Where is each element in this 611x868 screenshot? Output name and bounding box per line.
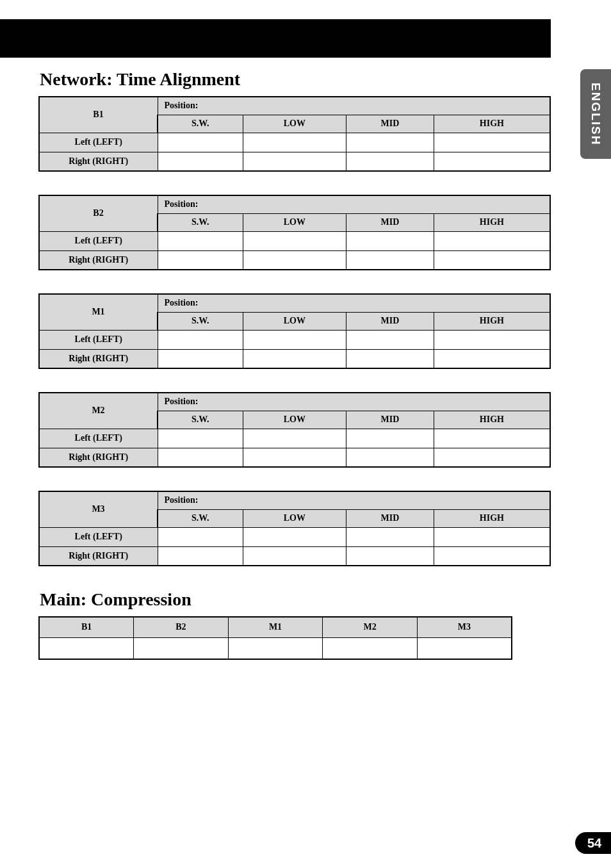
col-header: HIGH — [434, 411, 550, 429]
col-header: LOW — [243, 312, 346, 330]
col-header: MID — [346, 411, 434, 429]
col-header: MID — [346, 312, 434, 330]
data-cell — [158, 546, 243, 566]
data-cell — [346, 448, 434, 467]
data-cell — [434, 231, 550, 250]
data-cell — [158, 330, 243, 349]
data-cell — [434, 133, 550, 152]
position-label: Position: — [158, 97, 550, 115]
row-label: Right (RIGHT) — [39, 152, 158, 171]
col-header: LOW — [243, 115, 346, 133]
col-header: M2 — [323, 617, 418, 637]
row-label: Right (RIGHT) — [39, 349, 158, 368]
col-header: LOW — [243, 411, 346, 429]
table-id-cell: B1 — [39, 97, 158, 133]
table-id-cell: B2 — [39, 195, 158, 231]
row-label: Left (LEFT) — [39, 527, 158, 546]
data-cell — [243, 152, 346, 171]
table-compression: B1 B2 M1 M2 M3 — [38, 616, 512, 660]
page-number-badge: 54 — [575, 832, 611, 854]
position-label: Position: — [158, 491, 550, 509]
data-cell — [158, 231, 243, 250]
data-cell — [243, 546, 346, 566]
col-header: HIGH — [434, 115, 550, 133]
page-number: 54 — [587, 836, 601, 851]
data-cell — [323, 637, 418, 659]
position-label: Position: — [158, 393, 550, 411]
language-label: ENGLISH — [589, 83, 603, 145]
row-label: Left (LEFT) — [39, 133, 158, 152]
data-cell — [243, 527, 346, 546]
data-cell — [434, 546, 550, 566]
position-label: Position: — [158, 195, 550, 213]
col-header: S.W. — [158, 213, 243, 231]
col-header: S.W. — [158, 411, 243, 429]
data-cell — [434, 527, 550, 546]
data-cell — [243, 349, 346, 368]
col-header: HIGH — [434, 509, 550, 527]
data-cell — [346, 546, 434, 566]
data-cell — [158, 133, 243, 152]
position-label: Position: — [158, 294, 550, 312]
page-content: Network: Time Alignment B1 Position: S.W… — [38, 69, 551, 683]
col-header: MID — [346, 115, 434, 133]
data-cell — [346, 527, 434, 546]
data-cell — [434, 429, 550, 448]
data-cell — [434, 330, 550, 349]
row-label: Left (LEFT) — [39, 429, 158, 448]
table-b1: B1 Position: S.W. LOW MID HIGH Left (LEF… — [38, 96, 551, 172]
data-cell — [158, 250, 243, 270]
data-cell — [434, 349, 550, 368]
data-cell — [346, 231, 434, 250]
col-header: MID — [346, 213, 434, 231]
data-cell — [243, 330, 346, 349]
data-cell — [243, 448, 346, 467]
row-label: Right (RIGHT) — [39, 250, 158, 270]
row-label: Right (RIGHT) — [39, 448, 158, 467]
data-cell — [158, 429, 243, 448]
col-header: S.W. — [158, 115, 243, 133]
table-b2: B2 Position: S.W. LOW MID HIGH Left (LEF… — [38, 195, 551, 270]
data-cell — [346, 133, 434, 152]
col-header: LOW — [243, 213, 346, 231]
section-title-main-compression: Main: Compression — [40, 589, 551, 610]
data-cell — [243, 133, 346, 152]
col-header: B2 — [134, 617, 229, 637]
data-cell — [346, 152, 434, 171]
col-header: M1 — [228, 617, 323, 637]
data-cell — [346, 429, 434, 448]
table-id-cell: M1 — [39, 294, 158, 330]
col-header: HIGH — [434, 213, 550, 231]
data-cell — [417, 637, 512, 659]
data-cell — [346, 349, 434, 368]
data-cell — [134, 637, 229, 659]
table-m3: M3 Position: S.W. LOW MID HIGH Left (LEF… — [38, 491, 551, 566]
row-label: Left (LEFT) — [39, 330, 158, 349]
table-id-cell: M2 — [39, 393, 158, 429]
table-id-cell: M3 — [39, 491, 158, 527]
data-cell — [158, 152, 243, 171]
table-m1: M1 Position: S.W. LOW MID HIGH Left (LEF… — [38, 293, 551, 369]
col-header: HIGH — [434, 312, 550, 330]
col-header: MID — [346, 509, 434, 527]
data-cell — [243, 231, 346, 250]
data-cell — [346, 330, 434, 349]
data-cell — [243, 429, 346, 448]
data-cell — [158, 527, 243, 546]
col-header: LOW — [243, 509, 346, 527]
data-cell — [228, 637, 323, 659]
header-black-bar — [0, 19, 551, 58]
data-cell — [158, 349, 243, 368]
col-header: S.W. — [158, 509, 243, 527]
data-cell — [434, 448, 550, 467]
data-cell — [39, 637, 134, 659]
data-cell — [434, 152, 550, 171]
row-label: Right (RIGHT) — [39, 546, 158, 566]
language-side-tab: ENGLISH — [580, 69, 611, 159]
col-header: S.W. — [158, 312, 243, 330]
data-cell — [158, 448, 243, 467]
row-label: Left (LEFT) — [39, 231, 158, 250]
col-header: M3 — [417, 617, 512, 637]
section-title-network-time-alignment: Network: Time Alignment — [40, 69, 551, 90]
data-cell — [346, 250, 434, 270]
